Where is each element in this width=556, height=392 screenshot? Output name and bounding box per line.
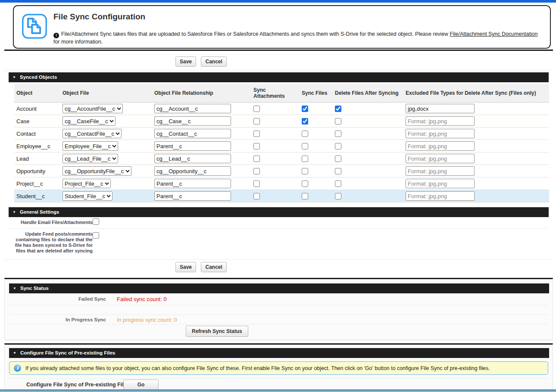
object-file-select[interactable]: Student_File__c: [62, 191, 112, 201]
object-file-select[interactable]: cg__OpportunityFile__c: [62, 166, 131, 176]
synced-object-row: Lead cg__Lead_File__c: [14, 152, 549, 165]
object-file-relationship-input[interactable]: [154, 129, 231, 138]
preexisting-section-header[interactable]: ▼ Configure File Sync of Pre-existing Fi…: [9, 348, 549, 358]
excluded-types-cell: [403, 165, 549, 177]
sync-status-section-header[interactable]: ▼ Sync Status: [9, 283, 549, 293]
handle-email-checkbox[interactable]: [93, 218, 99, 225]
object-file-select[interactable]: Employee_File__c: [62, 141, 118, 151]
object-file-select[interactable]: cg__CaseFile__c: [62, 116, 116, 126]
delete-files-after-syncing-checkbox[interactable]: [335, 131, 341, 137]
sync-files-cell: [300, 115, 333, 128]
sync-files-cell: [300, 190, 333, 202]
documentation-link[interactable]: File/Attachment Sync Documentation: [450, 31, 538, 37]
object-file-select[interactable]: cg__ContactFile__c: [62, 129, 122, 138]
excluded-types-cell: [403, 128, 549, 140]
update-feed-checkbox[interactable]: [93, 232, 99, 239]
sync-attachments-cell: [251, 103, 300, 115]
object-file-cell: Student_File__c: [60, 190, 152, 202]
sync-files-checkbox[interactable]: [302, 168, 308, 174]
delete-files-after-syncing-checkbox[interactable]: [335, 156, 341, 162]
excluded-types-cell: [403, 177, 549, 190]
sync-attachments-checkbox[interactable]: [253, 131, 260, 137]
save-button-top[interactable]: Save: [175, 56, 196, 67]
sync-attachments-checkbox[interactable]: [253, 143, 260, 149]
sync-files-checkbox[interactable]: [302, 156, 308, 162]
sync-attachments-checkbox[interactable]: [253, 106, 260, 112]
excluded-file-types-input[interactable]: [406, 191, 475, 201]
synced-object-row: Student__c Student_File__c: [14, 190, 549, 202]
cancel-button-bottom[interactable]: Cancel: [201, 262, 226, 272]
excluded-file-types-input[interactable]: [406, 116, 475, 126]
object-file-cell: cg__Lead_File__c: [60, 152, 152, 165]
sync-attachments-checkbox[interactable]: [253, 180, 260, 187]
excluded-file-types-input[interactable]: [406, 141, 475, 151]
sync-attachments-checkbox[interactable]: [253, 193, 260, 199]
delete-files-after-syncing-checkbox[interactable]: [335, 180, 341, 187]
refresh-sync-status-button[interactable]: Refresh Sync Status: [186, 326, 248, 337]
failed-sync-label: Failed Sync: [18, 296, 106, 302]
object-file-cell: Employee_File__c: [60, 140, 152, 152]
header-panel: File Sync Configuration !File/Attachment…: [13, 5, 551, 49]
synced-object-row: Project__c Project_File__c: [14, 177, 549, 190]
object-file-relationship-input[interactable]: [154, 179, 231, 188]
sync-files-checkbox[interactable]: [302, 118, 308, 124]
synced-objects-section-header[interactable]: ▼ Synced Objects: [9, 72, 549, 82]
delete-files-after-syncing-checkbox[interactable]: [335, 106, 341, 112]
object-file-relationship-input[interactable]: [154, 166, 231, 176]
sync-attachments-cell: [251, 115, 300, 128]
object-file-relationship-input[interactable]: [154, 104, 231, 113]
sync-files-checkbox[interactable]: [302, 106, 308, 112]
sync-attachments-cell: [251, 190, 300, 202]
object-file-select[interactable]: Project_File__c: [62, 179, 111, 188]
col-object-header: Object: [14, 84, 60, 103]
go-button[interactable]: Go: [123, 380, 159, 389]
object-file-select[interactable]: cg__Lead_File__c: [62, 154, 118, 163]
delete-files-after-syncing-checkbox[interactable]: [335, 193, 341, 199]
object-file-relationship-input[interactable]: [154, 141, 231, 151]
sync-files-checkbox[interactable]: [302, 193, 308, 199]
object-file-select[interactable]: cg__AccountFile__c: [62, 104, 123, 113]
sync-files-checkbox[interactable]: [302, 131, 308, 137]
divider: [9, 324, 549, 324]
preexisting-info-message: If you already attached some files to yo…: [25, 365, 490, 371]
excluded-file-types-input[interactable]: [406, 166, 475, 176]
chevron-down-icon: ▼: [13, 348, 16, 358]
update-feed-label: Update Feed posts/comments containing fi…: [13, 231, 93, 254]
excluded-file-types-input[interactable]: [406, 104, 475, 113]
excluded-file-types-input[interactable]: [406, 179, 475, 188]
sync-files-checkbox[interactable]: [302, 180, 308, 187]
object-file-relationship-input[interactable]: [154, 191, 231, 201]
sync-attachments-checkbox[interactable]: [253, 168, 260, 174]
file-sync-app-icon: [22, 13, 47, 39]
sync-files-cell: [300, 140, 333, 152]
synced-objects-section-title: Synced Objects: [20, 75, 57, 80]
delete-files-cell: [333, 152, 403, 165]
relationship-cell: [152, 152, 251, 165]
save-button-bottom[interactable]: Save: [175, 262, 196, 272]
sync-attachments-checkbox[interactable]: [253, 156, 260, 162]
synced-object-row: Opportunity cg__OpportunityFile__c: [14, 165, 549, 177]
object-file-relationship-input[interactable]: [154, 116, 231, 126]
object-file-cell: Project_File__c: [60, 177, 152, 190]
object-name: Contact: [14, 128, 60, 140]
cancel-button-top[interactable]: Cancel: [201, 56, 226, 67]
object-file-relationship-input[interactable]: [154, 154, 231, 163]
divider: [9, 228, 549, 229]
sync-attachments-cell: [251, 165, 300, 177]
page-description-suffix: for more information.: [53, 39, 103, 45]
object-name: Student__c: [14, 190, 60, 202]
excluded-file-types-input[interactable]: [406, 154, 475, 163]
sync-files-checkbox[interactable]: [302, 143, 308, 149]
excluded-file-types-input[interactable]: [406, 129, 475, 138]
general-settings-section-header[interactable]: ▼ General Settings: [9, 207, 549, 217]
divider: [9, 305, 549, 305]
sync-attachments-checkbox[interactable]: [253, 118, 260, 124]
synced-object-row: Contact cg__ContactFile__c: [14, 128, 549, 140]
delete-files-after-syncing-checkbox[interactable]: [335, 168, 341, 174]
col-object-file-header: Object File: [60, 84, 152, 103]
synced-objects-table: Object Object File Object File Relations…: [14, 84, 549, 202]
object-file-cell: cg__AccountFile__c: [60, 103, 152, 115]
delete-files-cell: [333, 128, 403, 140]
delete-files-after-syncing-checkbox[interactable]: [335, 143, 341, 149]
delete-files-after-syncing-checkbox[interactable]: [335, 118, 341, 124]
